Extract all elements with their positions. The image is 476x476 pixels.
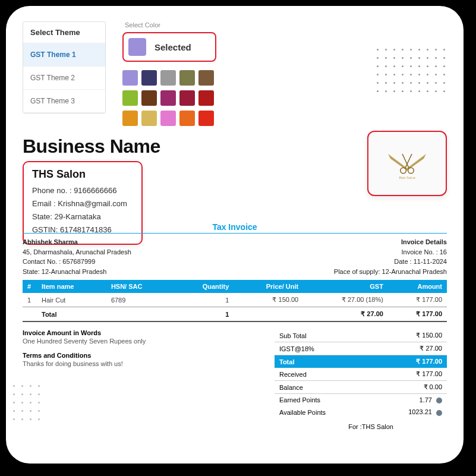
business-heading: Business Name: [23, 135, 160, 157]
color-palette: [122, 70, 216, 126]
color-swatch[interactable]: [122, 90, 138, 106]
decorative-dots-tr: [377, 49, 447, 94]
app-card: Select Theme GST Theme 1 GST Theme 2 GST…: [6, 6, 464, 464]
theme-item-2[interactable]: GST Theme 2: [23, 67, 105, 90]
color-swatch[interactable]: [198, 70, 214, 86]
selected-color-highlight: Selected: [122, 32, 216, 62]
col-hsn: HSN/ SAC: [106, 280, 174, 293]
points-icon: [436, 398, 442, 404]
color-swatch[interactable]: [122, 70, 138, 86]
table-total-row: Total 1 ₹ 27.00 ₹ 177.00: [23, 307, 447, 322]
selected-swatch[interactable]: [128, 38, 146, 56]
table-header-row: # Item name HSN/ SAC Quantity Price/ Uni…: [23, 280, 447, 293]
col-qty: Quantity: [174, 280, 234, 293]
invoice-details-block: Invoice Details Invoice No. : 16 Date : …: [334, 237, 447, 276]
color-swatch[interactable]: [198, 90, 214, 106]
color-swatch[interactable]: [198, 111, 214, 126]
business-name: THS Salon: [32, 168, 127, 181]
invoice-title: Tax Invoice: [23, 222, 447, 232]
business-state: State: 29-Karnataka: [32, 210, 127, 223]
summary-total: Total₹ 177.00: [275, 355, 447, 368]
bill-to-contact: Contact No. : 657687999: [23, 257, 131, 267]
color-swatch[interactable]: [160, 70, 176, 86]
summary-subtotal: Sub Total₹ 150.00: [275, 329, 447, 342]
summary-balance: Balance₹ 0.00: [275, 381, 447, 394]
salon-logo-icon: Hair Salon: [383, 143, 431, 184]
col-amount: Amount: [388, 280, 447, 293]
summary-igst: IGST@18%₹ 27.00: [275, 342, 447, 355]
color-swatch[interactable]: [179, 90, 195, 106]
points-icon: [436, 410, 442, 416]
theme-item-3[interactable]: GST Theme 3: [23, 90, 105, 113]
invoice-details-heading: Invoice Details: [334, 237, 447, 247]
color-swatch[interactable]: [141, 70, 157, 86]
table-row: 1 Hair Cut 6789 1 ₹ 150.00 ₹ 27.00 (18%)…: [23, 293, 447, 307]
words-value: One Hundred Seventy Seven Rupees only: [23, 338, 263, 345]
terms-label: Terms and Conditions: [23, 352, 263, 359]
theme-panel: Select Theme GST Theme 1 GST Theme 2 GST…: [23, 21, 106, 114]
bill-to-addr: 45, Dharmashala, Arunachal Pradesh: [23, 247, 131, 257]
color-swatch[interactable]: [141, 111, 157, 126]
theme-item-1[interactable]: GST Theme 1: [23, 43, 105, 67]
svg-point-0: [401, 168, 406, 174]
color-swatch[interactable]: [160, 90, 176, 106]
divider: [23, 233, 447, 234]
color-swatch[interactable]: [179, 70, 195, 86]
color-swatch[interactable]: [179, 111, 195, 126]
color-swatch[interactable]: [160, 111, 176, 126]
items-table: # Item name HSN/ SAC Quantity Price/ Uni…: [23, 280, 447, 322]
invoice-date: Date : 11-11-2024: [334, 257, 447, 267]
summary-received: Received₹ 177.00: [275, 368, 447, 381]
col-idx: #: [23, 280, 37, 293]
summary-table: Sub Total₹ 150.00 IGST@18%₹ 27.00 Total₹…: [275, 329, 447, 418]
bill-to-block: Abhishek Sharma 45, Dharmashala, Arunach…: [23, 237, 131, 276]
summary-available: Available Points1023.21: [275, 406, 447, 418]
color-swatch[interactable]: [122, 111, 138, 126]
theme-panel-heading: Select Theme: [23, 22, 105, 43]
summary-earned: Earned Points1.77: [275, 394, 447, 406]
color-panel-label: Select Color: [125, 21, 216, 29]
bill-to-state: State: 12-Arunachal Pradesh: [23, 267, 131, 277]
terms-value: Thanks for doing business with us!: [23, 360, 263, 367]
for-line: For :THS Salon: [23, 423, 447, 430]
invoice-pos: Place of supply: 12-Arunachal Pradesh: [334, 267, 447, 277]
col-price: Price/ Unit: [234, 280, 303, 293]
business-email: Email : Krishna@gmail.com: [32, 197, 127, 210]
col-name: Item name: [37, 280, 106, 293]
col-gst: GST: [303, 280, 388, 293]
invoice-words-terms: Invoice Amount in Words One Hundred Seve…: [23, 329, 263, 418]
business-logo-highlight: Hair Salon: [367, 131, 447, 196]
svg-text:Hair Salon: Hair Salon: [399, 175, 415, 179]
invoice-preview: Tax Invoice Abhishek Sharma 45, Dharmash…: [23, 222, 447, 430]
color-swatch[interactable]: [141, 90, 157, 106]
words-label: Invoice Amount in Words: [23, 329, 263, 336]
color-panel: Select Color Selected: [122, 21, 216, 131]
bill-to-name: Abhishek Sharma: [23, 237, 131, 247]
business-phone: Phone no. : 9166666666: [32, 184, 127, 197]
svg-point-1: [408, 168, 414, 174]
selected-color-text: Selected: [155, 42, 191, 52]
invoice-no: Invoice No. : 16: [334, 247, 447, 257]
